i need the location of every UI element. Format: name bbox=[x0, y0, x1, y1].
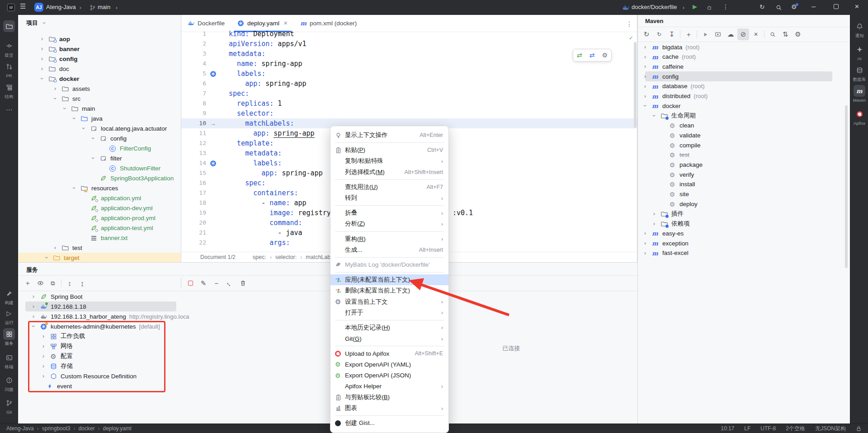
menu-item-查找用法[interactable]: 查找用法(U)Alt+F7 bbox=[330, 182, 448, 193]
rail-item-提交[interactable]: 提交 bbox=[0, 40, 18, 58]
menu-item-apifox-helper[interactable]: Apifox Helper› bbox=[330, 381, 448, 392]
menu-item-分析[interactable]: 分析(Z)› bbox=[330, 218, 448, 229]
rail-item-服务[interactable]: 服务 bbox=[0, 328, 18, 347]
rail-item-AI[interactable]: AI bbox=[850, 43, 868, 61]
apply-to-cluster-icon[interactable]: ⇄ bbox=[577, 52, 582, 58]
run-button[interactable]: ▶ bbox=[693, 3, 697, 10]
search-everywhere-icon[interactable] bbox=[776, 4, 782, 11]
rail-item-结构[interactable]: 结构 bbox=[0, 81, 18, 100]
tree-item-clean[interactable]: clean bbox=[679, 121, 694, 131]
syncall-button[interactable]: ↻ bbox=[653, 28, 665, 40]
rail-item-PR[interactable]: PR bbox=[0, 61, 18, 78]
tree-item-banner-txt[interactable]: banner.txt bbox=[101, 233, 127, 243]
tree-item-local-ateng-java-actuator[interactable]: local.ateng.java.actuator bbox=[101, 123, 167, 133]
plus-button[interactable]: ＋ bbox=[22, 278, 33, 289]
project-view-chevron-icon[interactable]: › bbox=[39, 20, 49, 26]
breadcrumb-item[interactable]: spec: bbox=[253, 254, 266, 260]
tree-item-doc[interactable]: doc bbox=[59, 64, 69, 74]
tree-chevron-icon[interactable]: › bbox=[88, 136, 98, 141]
eye-button[interactable] bbox=[34, 278, 46, 289]
tree-item-依赖项[interactable]: 依赖项 bbox=[671, 219, 690, 229]
rail-item-more[interactable]: ⋯ bbox=[0, 104, 18, 115]
pencil-button[interactable]: ✎ bbox=[198, 278, 209, 289]
menu-item-显示上下文操作[interactable]: 显示上下文操作Alt+Enter bbox=[330, 130, 448, 141]
runbox-button[interactable] bbox=[712, 28, 724, 40]
tree-item-filter[interactable]: filter bbox=[110, 153, 122, 163]
tree-item-application-yml[interactable]: application.yml bbox=[101, 193, 141, 203]
tree-chevron-icon[interactable]: › bbox=[79, 126, 89, 131]
newtab-button[interactable]: ⧉ bbox=[47, 278, 59, 289]
menu-item-图表[interactable]: 图表› bbox=[330, 403, 448, 414]
tree-item-src[interactable]: src bbox=[72, 94, 80, 104]
menu-item-粘贴[interactable]: 粘贴(P)Ctrl+V bbox=[330, 145, 448, 155]
minus-button[interactable]: − bbox=[211, 278, 222, 289]
tree-chevron-icon[interactable]: › bbox=[88, 155, 98, 161]
project-switcher[interactable]: Ateng-Java bbox=[46, 4, 76, 10]
menu-item-与剪贴板比较[interactable]: 与剪贴板比较(B) bbox=[330, 392, 448, 403]
tree-chevron-icon[interactable]: › bbox=[60, 106, 70, 111]
tree-item-test[interactable]: test bbox=[679, 150, 689, 160]
menu-item-列选择模式[interactable]: 列选择模式(M)Alt+Shift+Insert bbox=[330, 167, 448, 178]
status-breadcrumb-item[interactable]: Ateng-Java bbox=[6, 425, 34, 432]
tree-chevron-icon[interactable]: › bbox=[31, 292, 36, 301]
gear-button[interactable]: ⚙ bbox=[792, 28, 804, 40]
tree-item-application-prod-yml[interactable]: application-prod.yml bbox=[101, 213, 156, 223]
tree-item-distributed[interactable]: distributed(root) bbox=[662, 91, 708, 101]
tree-item-插件[interactable]: 插件 bbox=[671, 209, 684, 219]
tree-chevron-icon[interactable]: › bbox=[651, 219, 657, 229]
close-tab-icon[interactable]: ✕ bbox=[283, 20, 288, 26]
tree-chevron-icon[interactable]: › bbox=[52, 243, 58, 253]
tree-item-easy-es[interactable]: easy-es bbox=[662, 228, 684, 238]
rail-item-folder[interactable] bbox=[0, 20, 18, 32]
tree-chevron-icon[interactable]: › bbox=[39, 64, 45, 74]
tree-chevron-icon[interactable]: › bbox=[651, 209, 657, 219]
tree-item-validate[interactable]: validate bbox=[679, 130, 701, 140]
tree-chevron-icon[interactable]: › bbox=[642, 248, 648, 258]
tree-item-application-dev-yml[interactable]: application-dev.yml bbox=[101, 203, 153, 213]
rail-item-数据库[interactable]: 数据库 bbox=[850, 64, 868, 83]
menu-item-重构[interactable]: 重构(R)› bbox=[330, 234, 448, 245]
tree-item-config[interactable]: config bbox=[662, 71, 679, 81]
rail-item-终端[interactable]: 终端 bbox=[0, 352, 18, 370]
tree-item-fast-excel[interactable]: fast-excel bbox=[662, 248, 689, 258]
tree-item-application-test-yml[interactable]: application-test.yml bbox=[101, 223, 153, 233]
tree-item-main[interactable]: main bbox=[82, 104, 95, 113]
tree-item-shutdownfilter[interactable]: ShutdownFilter bbox=[120, 163, 160, 173]
breadcrumb-item[interactable]: matchLab bbox=[306, 254, 330, 260]
maven-scrollbar[interactable] bbox=[845, 105, 848, 268]
tree-item-install[interactable]: install bbox=[679, 179, 695, 189]
tree-chevron-icon[interactable]: › bbox=[69, 116, 79, 121]
tree-chevron-icon[interactable]: › bbox=[69, 185, 79, 191]
tree-chevron-icon[interactable]: › bbox=[642, 81, 648, 91]
tree-chevron-icon[interactable]: › bbox=[31, 301, 36, 311]
stop-button[interactable] bbox=[184, 278, 196, 289]
tab-pom-xml-docker-[interactable]: mpom.xml (docker) bbox=[294, 15, 363, 32]
tree-item-config[interactable]: config bbox=[59, 54, 78, 64]
menu-item-设置当前上下文[interactable]: ⚙设置当前上下文› bbox=[330, 296, 448, 307]
tree-chevron-icon[interactable]: › bbox=[642, 42, 648, 52]
menu-item-应用-未配置当前上下文-[interactable]: 应用(未配置当前上下文) bbox=[330, 274, 448, 285]
status-widget-2个空格[interactable]: 2个空格 bbox=[786, 425, 805, 433]
tree-item-verify[interactable]: verify bbox=[679, 169, 694, 179]
tree-chevron-icon[interactable]: › bbox=[37, 76, 47, 81]
close-button[interactable]: ✕ bbox=[750, 28, 762, 40]
rail-item-Git[interactable]: Git bbox=[0, 397, 18, 414]
tree-item-package[interactable]: package bbox=[679, 160, 703, 169]
status-widget-LF[interactable]: LF bbox=[744, 425, 750, 432]
run-config-selector[interactable]: docker/Dockerfile bbox=[632, 4, 677, 10]
menu-item-export-openapi-json-[interactable]: ⚙Export OpenAPI (JSON) bbox=[330, 370, 448, 381]
tree-item-resources[interactable]: resources bbox=[91, 183, 118, 193]
status-widget-UTF-8[interactable]: UTF-8 bbox=[760, 425, 776, 432]
tree-chevron-icon[interactable]: › bbox=[642, 91, 648, 101]
main-menu-icon[interactable]: ☰ bbox=[20, 2, 26, 10]
status-widget-无JSON架构[interactable]: 无JSON架构 bbox=[815, 425, 846, 433]
tree-chevron-icon[interactable]: › bbox=[642, 238, 648, 248]
branch-switcher[interactable]: main bbox=[98, 4, 110, 10]
tree-item-banner[interactable]: banner bbox=[59, 44, 80, 54]
menu-item-生成-[interactable]: 生成...Alt+Insert bbox=[330, 245, 448, 255]
tree-chevron-icon[interactable]: › bbox=[642, 71, 648, 81]
expand-button[interactable]: ↕ bbox=[64, 278, 75, 289]
breadcrumb-item[interactable]: selector: bbox=[275, 254, 297, 260]
tree-item-compile[interactable]: compile bbox=[679, 140, 701, 150]
tree-chevron-icon[interactable]: › bbox=[42, 255, 52, 260]
